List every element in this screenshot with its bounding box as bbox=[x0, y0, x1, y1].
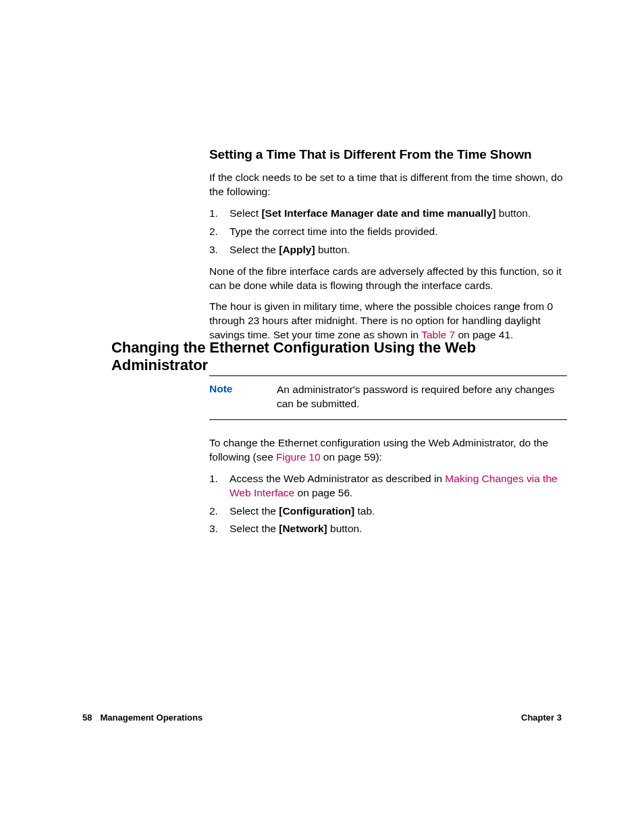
page-footer: 58Management Operations Chapter 3 bbox=[82, 712, 562, 723]
footer-section: Management Operations bbox=[100, 712, 203, 723]
step-number: 3. bbox=[209, 522, 218, 536]
list-item: 2. Type the correct time into the fields… bbox=[209, 225, 567, 239]
step-text-post: tab. bbox=[354, 505, 375, 517]
step-text-pre: Select the bbox=[230, 523, 279, 534]
step-text-post: button. bbox=[496, 207, 531, 219]
note-box: Note An administrator's password is requ… bbox=[209, 375, 567, 420]
step-number: 2. bbox=[209, 504, 218, 519]
intro-ethernet: To change the Ethernet configuration usi… bbox=[209, 436, 567, 465]
heading-ethernet-config: Changing the Ethernet Configuration Usin… bbox=[111, 339, 570, 374]
page-number: 58 bbox=[82, 712, 92, 723]
list-item: 2. Select the [Configuration] tab. bbox=[209, 504, 567, 519]
step-text-pre: Select the bbox=[230, 505, 279, 517]
step-text-post: button. bbox=[315, 244, 350, 255]
step-text-bold: [Set Interface Manager date and time man… bbox=[261, 207, 495, 219]
body-text-military: The hour is given in military time, wher… bbox=[209, 300, 567, 342]
step-number: 2. bbox=[209, 225, 218, 239]
steps-list-1: 1. Select [Set Interface Manager date an… bbox=[209, 207, 567, 257]
heading-setting-time: Setting a Time That is Different From th… bbox=[209, 147, 567, 162]
footer-left: 58Management Operations bbox=[82, 712, 203, 723]
list-item: 1. Select [Set Interface Manager date an… bbox=[209, 207, 567, 221]
step-text-post: button. bbox=[327, 523, 363, 534]
list-item: 3. Select the [Network] button. bbox=[209, 522, 567, 536]
step-text-bold: [Network] bbox=[279, 523, 327, 534]
note-region: Note An administrator's password is requ… bbox=[209, 373, 567, 544]
step-number: 3. bbox=[209, 243, 218, 257]
step-number: 1. bbox=[209, 207, 218, 221]
section-ethernet-config: Changing the Ethernet Configuration Usin… bbox=[111, 339, 570, 374]
footer-chapter: Chapter 3 bbox=[521, 712, 562, 723]
step-number: 1. bbox=[209, 472, 218, 486]
note-label: Note bbox=[209, 383, 277, 395]
section-setting-time: Setting a Time That is Different From th… bbox=[209, 147, 567, 350]
step-text-bold: [Apply] bbox=[279, 244, 315, 255]
step-text-pre: Select bbox=[230, 207, 261, 219]
step-text-bold: [Configuration] bbox=[279, 505, 354, 517]
note-text: An administrator's password is required … bbox=[277, 383, 567, 411]
link-figure-10[interactable]: Figure 10 bbox=[276, 451, 320, 463]
list-item: 3. Select the [Apply] button. bbox=[209, 243, 567, 257]
body-text-fibre: None of the fibre interface cards are ad… bbox=[209, 265, 567, 293]
step-text-pre: Access the Web Administrator as describe… bbox=[230, 473, 445, 484]
step-text-post: on page 56. bbox=[294, 487, 352, 498]
list-item: 1. Access the Web Administrator as descr… bbox=[209, 472, 567, 500]
steps-list-2: 1. Access the Web Administrator as descr… bbox=[209, 472, 567, 537]
step-text-pre: Select the bbox=[230, 244, 279, 255]
step-text-pre: Type the correct time into the fields pr… bbox=[230, 226, 437, 237]
intro-text: If the clock needs to be set to a time t… bbox=[209, 171, 567, 199]
